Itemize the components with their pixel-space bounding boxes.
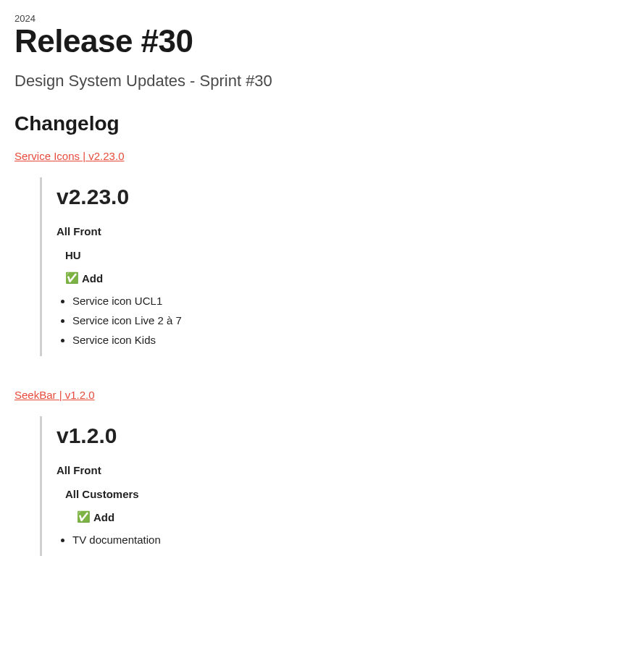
changelog-link-service-icons[interactable]: Service Icons | v2.23.0 — [14, 150, 124, 162]
action-label: Add — [93, 511, 114, 523]
list-item: TV documentation — [72, 534, 622, 546]
action-add: ✅ Add — [77, 510, 622, 523]
list-item: Service icon Kids — [72, 334, 622, 346]
page-title: Release #30 — [14, 24, 630, 59]
changelog-heading: Changelog — [14, 112, 630, 135]
version-heading: v1.2.0 — [57, 423, 622, 448]
change-list: TV documentation — [57, 534, 622, 546]
kicker-year: 2024 — [14, 13, 630, 24]
group-customer: All Customers — [65, 488, 622, 500]
page-subtitle: Design System Updates - Sprint #30 — [14, 72, 630, 90]
group-front: All Front — [57, 225, 622, 237]
list-item: Service icon Live 2 à 7 — [72, 314, 622, 326]
check-icon: ✅ — [65, 271, 79, 284]
changelog-link-seekbar[interactable]: SeekBar | v1.2.0 — [14, 389, 95, 401]
list-item: Service icon UCL1 — [72, 295, 622, 307]
changelog-block: v1.2.0 All Front All Customers ✅ Add TV … — [40, 416, 630, 556]
group-customer: HU — [65, 249, 622, 261]
changelog-block: v2.23.0 All Front HU ✅ Add Service icon … — [40, 177, 630, 356]
action-label: Add — [82, 272, 103, 284]
change-list: Service icon UCL1 Service icon Live 2 à … — [57, 295, 622, 346]
group-front: All Front — [57, 464, 622, 476]
version-heading: v2.23.0 — [57, 185, 622, 209]
check-icon: ✅ — [77, 510, 91, 523]
action-add: ✅ Add — [65, 271, 622, 284]
